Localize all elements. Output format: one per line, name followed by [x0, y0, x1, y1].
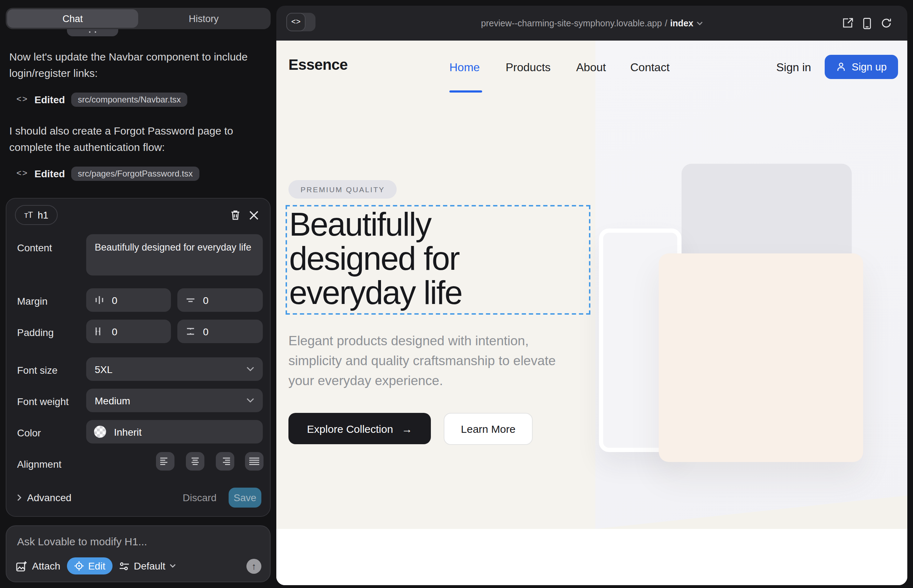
margin-vertical-icon: [185, 295, 196, 305]
file-path-badge[interactable]: src/components/Navbar.tsx: [71, 92, 187, 107]
advanced-toggle[interactable]: Advanced: [17, 492, 71, 503]
attach-button[interactable]: Attach: [16, 560, 60, 572]
chevron-right-icon: [17, 494, 21, 501]
nav-link-contact[interactable]: Contact: [630, 61, 669, 74]
arrow-right-icon: →: [401, 423, 412, 435]
save-button[interactable]: Save: [228, 488, 261, 507]
content-input[interactable]: Beautifully designed for everyday life: [86, 234, 263, 276]
margin-y-input[interactable]: 0: [177, 288, 263, 312]
preview-window: <> preview--charming-site-symphony.lovab…: [276, 6, 907, 585]
prompt-input[interactable]: Ask Lovable to modify H1...: [17, 535, 147, 548]
model-selector[interactable]: Default: [119, 560, 176, 572]
editor-panel-header: тT h1: [15, 204, 263, 226]
align-justify-icon: [249, 457, 259, 465]
nav-link-about[interactable]: About: [576, 61, 606, 74]
browser-chrome: <> preview--charming-site-symphony.lovab…: [276, 6, 907, 40]
user-icon: [836, 62, 846, 72]
app-window: Chat History Now let's update the Navbar…: [0, 0, 913, 588]
learn-more-button[interactable]: Learn More: [444, 413, 533, 445]
font-size-label: Font size: [17, 365, 58, 376]
color-label: Color: [17, 427, 41, 438]
align-left-icon: [160, 457, 170, 465]
edit-mode-button[interactable]: Edit: [66, 557, 112, 575]
site-logo[interactable]: Essence: [288, 56, 348, 73]
edited-file-row[interactable]: <> Edited src/components/Navbar.tsx: [16, 92, 265, 107]
signin-link[interactable]: Sign in: [776, 61, 811, 74]
chevron-down-icon: [246, 398, 254, 403]
align-center-icon: [190, 457, 200, 465]
font-weight-select[interactable]: Medium: [86, 389, 263, 412]
hero-paragraph: Elegant products designed with intention…: [288, 331, 570, 391]
delete-element-button[interactable]: [226, 206, 244, 224]
trash-icon: [230, 209, 240, 221]
padding-x-input[interactable]: 0: [86, 320, 171, 343]
chevron-down-icon: [246, 367, 254, 372]
align-left-button[interactable]: [156, 452, 175, 470]
url-page: index: [670, 18, 693, 28]
edited-file-row[interactable]: <> Edited src/pages/ForgotPassword.tsx: [16, 166, 265, 181]
alignment-label: Alignment: [17, 459, 62, 470]
hero-heading[interactable]: Beautifully designed for everyday life: [289, 207, 524, 310]
padding-label: Padding: [17, 327, 54, 338]
attach-image-icon: [16, 560, 28, 572]
nav-link-products[interactable]: Products: [506, 61, 550, 74]
transparency-swatch-icon: [94, 426, 106, 438]
site-navbar: Essence Home Products About Contact Sign…: [276, 40, 907, 96]
padding-horizontal-icon: [94, 326, 105, 337]
color-select[interactable]: Inherit: [86, 420, 263, 444]
selected-element-pill[interactable]: тT h1: [15, 205, 58, 225]
prompt-composer[interactable]: Ask Lovable to modify H1... Attach Edit …: [6, 525, 270, 582]
scrolled-badge-peek: [67, 29, 118, 36]
padding-vertical-icon: [185, 326, 196, 337]
url-separator: /: [665, 18, 667, 28]
chat-sidebar: Chat History Now let's update the Navbar…: [0, 0, 276, 588]
chat-message: Now let's update the Navbar component to…: [9, 48, 265, 81]
font-size-select[interactable]: 5XL: [86, 357, 263, 381]
file-action-label: Edited: [34, 94, 65, 105]
close-icon: [249, 210, 258, 220]
align-center-button[interactable]: [186, 452, 204, 470]
tab-history[interactable]: History: [138, 9, 269, 28]
chat-message-list: Now let's update the Navbar component to…: [9, 48, 265, 197]
text-element-icon: тT: [24, 210, 33, 220]
content-label: Content: [17, 242, 52, 254]
code-icon: <>: [16, 169, 28, 179]
active-nav-underline: [449, 90, 482, 92]
next-section: [276, 529, 907, 585]
align-justify-button[interactable]: [245, 452, 264, 470]
margin-horizontal-icon: [94, 295, 105, 305]
code-icon: <>: [16, 95, 28, 105]
explore-collection-button[interactable]: Explore Collection →: [288, 413, 431, 444]
refresh-icon[interactable]: [881, 18, 892, 29]
mobile-view-icon[interactable]: [863, 18, 871, 29]
file-path-badge[interactable]: src/pages/ForgotPassword.tsx: [71, 166, 199, 181]
chat-message: I should also create a Forgot Password p…: [9, 123, 265, 155]
site-canvas: Essence Home Products About Contact Sign…: [276, 40, 907, 585]
align-right-button[interactable]: [216, 452, 234, 470]
tab-chat[interactable]: Chat: [7, 9, 138, 28]
margin-x-input[interactable]: 0: [86, 288, 171, 312]
url-host: preview--charming-site-symphony.lovable.…: [481, 18, 662, 28]
signup-button[interactable]: Sign up: [825, 55, 898, 79]
send-button[interactable]: ↑: [246, 559, 261, 573]
sidebar-tab-bar: Chat History: [6, 8, 270, 29]
discard-button[interactable]: Discard: [183, 492, 217, 503]
target-icon: [74, 561, 84, 571]
open-external-icon[interactable]: [842, 18, 853, 29]
close-panel-button[interactable]: [244, 206, 263, 224]
nav-link-home[interactable]: Home: [449, 61, 480, 74]
code-icon: <>: [286, 13, 306, 31]
composer-toolbar: Attach Edit Default ↑: [16, 557, 261, 575]
editor-panel-footer: Advanced Discard Save: [17, 488, 261, 507]
chevron-down-icon: [170, 564, 176, 568]
code-view-toggle[interactable]: <>: [286, 13, 316, 31]
decor-card-beige: [659, 254, 863, 462]
padding-y-input[interactable]: 0: [177, 320, 263, 343]
font-weight-label: Font weight: [17, 396, 69, 407]
file-action-label: Edited: [34, 168, 65, 179]
url-bar[interactable]: preview--charming-site-symphony.lovable.…: [276, 18, 907, 28]
sliders-icon: [119, 561, 130, 570]
arrow-up-icon: ↑: [252, 561, 256, 571]
element-editor-panel: тT h1 Content Beautifully designed for e…: [6, 198, 270, 517]
chevron-down-icon: [696, 21, 703, 25]
